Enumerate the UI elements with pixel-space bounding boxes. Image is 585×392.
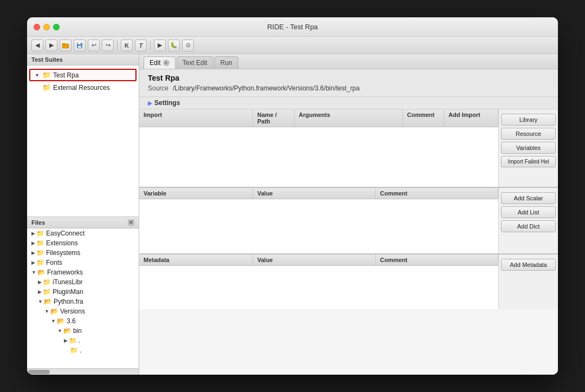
arrow-right-icon: ▶ — [31, 240, 35, 246]
folder-icon-blue: 📁 — [70, 347, 78, 354]
tab-bar: Edit ✕ Text Edit Run — [139, 54, 558, 69]
variables-button[interactable]: Variables — [501, 142, 556, 154]
library-button[interactable]: Library — [501, 114, 556, 126]
settings-label: Settings — [154, 99, 180, 107]
name-path-col: Name / Path — [253, 109, 295, 127]
import-failed-button[interactable]: Import Failed Hel — [501, 156, 556, 167]
metadata-col: Metadata — [139, 254, 253, 265]
file-item-extensions[interactable]: ▶ 📁 Extensions — [27, 238, 139, 248]
tab-text-edit-label: Text Edit — [183, 59, 207, 67]
file-item-frameworks[interactable]: ▼ 📂 Frameworks — [27, 267, 139, 277]
redo-button[interactable]: ↪ — [102, 40, 114, 51]
file-item-ituneslib[interactable]: ▶ 📁 iTunesLibr — [27, 277, 139, 287]
tab-run-label: Run — [220, 59, 232, 67]
titlebar: RIDE - Test Rpa — [27, 17, 558, 37]
variable-table: Variable Value Comment — [139, 188, 498, 253]
close-button[interactable] — [34, 24, 40, 30]
files-panel: Files ✕ ▶ 📁 EasyConnect ▶ 📁 Extensions ▶… — [27, 217, 139, 368]
open-button[interactable] — [60, 40, 72, 51]
import-table: Import Name / Path Arguments Comment Add… — [139, 109, 498, 187]
folder-icon-blue: 📂 — [63, 327, 72, 335]
arrow-right-icon: ▶ — [31, 260, 35, 265]
folder-icon: 📁 — [36, 259, 44, 266]
play-button[interactable]: ▶ — [154, 40, 166, 51]
settings-toggle[interactable]: ▶ Settings — [148, 99, 549, 107]
toolbar-separator-1 — [117, 41, 118, 50]
folder-icon: 📂 — [50, 308, 58, 315]
folder-icon: 📂 — [44, 298, 52, 305]
resource-button[interactable]: Resource — [501, 128, 556, 140]
tab-run[interactable]: Run — [214, 56, 238, 69]
file-item-label: Filesystems — [46, 249, 80, 257]
file-item-label: . — [80, 347, 81, 354]
stop-button[interactable]: ⊙ — [182, 40, 194, 51]
folder-icon: 📁 — [43, 288, 51, 296]
file-item-fonts[interactable]: ▶ 📁 Fonts — [27, 258, 139, 267]
maximize-button[interactable] — [53, 24, 60, 30]
value-col: Value — [253, 254, 376, 265]
debug-button[interactable]: 🐛 — [168, 40, 180, 51]
files-label: Files — [31, 219, 45, 226]
add-metadata-button[interactable]: Add Metadata — [501, 259, 556, 271]
file-item-label: bin — [73, 327, 82, 335]
test-suites-tree: ▼ 📁 Test Rpa 📁 External Resources — [27, 66, 139, 217]
variable-table-header: Variable Value Comment — [139, 188, 498, 199]
files-close-button[interactable]: ✕ — [128, 219, 134, 226]
arrow-right-icon: ▶ — [31, 250, 35, 256]
metadata-table-body — [139, 266, 498, 309]
tab-edit-label: Edit — [150, 59, 161, 67]
tree-item-external-resources[interactable]: 📁 External Resources — [27, 82, 139, 93]
horizontal-scrollbar[interactable] — [27, 368, 139, 375]
import-table-header: Import Name / Path Arguments Comment Add… — [139, 109, 498, 127]
settings-section[interactable]: ▶ Settings — [139, 97, 558, 109]
tab-text-edit[interactable]: Text Edit — [177, 56, 213, 69]
arrow-down-icon: ▼ — [38, 299, 43, 304]
value-col: Value — [253, 188, 376, 199]
metadata-side-buttons: Add Metadata — [498, 254, 558, 309]
import-section: Import Name / Path Arguments Comment Add… — [139, 109, 558, 187]
t-button[interactable]: T — [135, 40, 147, 51]
arrow-down-icon: ▼ — [51, 318, 56, 324]
forward-button[interactable]: ▶ — [46, 40, 57, 51]
add-list-button[interactable]: Add List — [501, 206, 556, 218]
k-button[interactable]: K — [121, 40, 133, 51]
add-scalar-button[interactable]: Add Scalar — [501, 192, 556, 204]
minimize-button[interactable] — [43, 24, 50, 30]
tab-edit-close[interactable]: ✕ — [163, 60, 170, 66]
file-item-versions[interactable]: ▼ 📂 Versions — [27, 306, 139, 316]
left-panel: Test Suites ▼ 📁 Test Rpa 📁 External Reso… — [27, 54, 139, 375]
undo-button[interactable]: ↩ — [88, 40, 100, 51]
traffic-lights — [34, 24, 60, 30]
import-col: Import — [139, 109, 253, 127]
comment-col: Comment — [376, 254, 499, 265]
file-item-label: Frameworks — [47, 269, 83, 276]
arguments-col: Arguments — [295, 109, 403, 127]
tree-item-label: Test Rpa — [53, 71, 79, 79]
arrow-down-icon: ▼ — [35, 73, 41, 78]
tree-item-test-rpa[interactable]: ▼ 📁 Test Rpa — [29, 69, 136, 81]
folder-icon: 📁 — [36, 239, 44, 247]
file-item-bin[interactable]: ▼ 📂 bin — [27, 326, 139, 336]
tab-edit[interactable]: Edit ✕ — [144, 56, 176, 69]
scrollbar-thumb[interactable] — [28, 370, 50, 374]
arrow-down-icon: ▼ — [44, 309, 49, 314]
file-item-pluginman[interactable]: ▶ 📁 PluginMan — [27, 287, 139, 297]
file-item-easyconnect[interactable]: ▶ 📁 EasyConnect — [27, 228, 139, 238]
add-dict-button[interactable]: Add Dict — [501, 220, 556, 232]
file-item-dot2[interactable]: 📁 . — [27, 345, 139, 355]
file-item-36[interactable]: ▼ 📂 3.6 — [27, 316, 139, 326]
tree-item-label: External Resources — [53, 84, 110, 92]
import-side-buttons: Library Resource Variables Import Failed… — [498, 109, 558, 187]
source-path: /Library/Frameworks/Python.framework/Ver… — [173, 84, 360, 92]
svg-rect-1 — [62, 43, 65, 44]
file-item-label: PluginMan — [53, 288, 83, 296]
save-button[interactable] — [74, 40, 86, 51]
suite-name: Test Rpa — [148, 74, 549, 82]
file-item-filesystems[interactable]: ▶ 📁 Filesystems — [27, 248, 139, 258]
arrow-right-icon: ▶ — [31, 231, 35, 236]
content-area: Test Rpa Source /Library/Frameworks/Pyth… — [139, 69, 558, 375]
back-button[interactable]: ◀ — [31, 40, 43, 51]
file-item-label: Extensions — [46, 239, 78, 247]
file-item-python[interactable]: ▼ 📂 Python.fra — [27, 297, 139, 306]
file-item-dot1[interactable]: ▶ 📁 . — [27, 336, 139, 345]
